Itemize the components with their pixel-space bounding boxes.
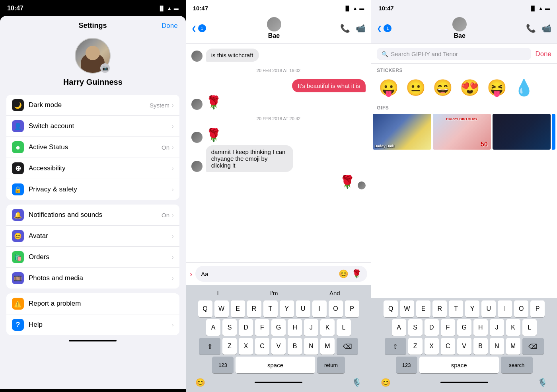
key-p3-b[interactable]: B (473, 338, 488, 355)
key-e[interactable]: E (231, 300, 245, 317)
key-o[interactable]: O (329, 300, 343, 317)
message-input-field[interactable]: Aa 😊 🌹 (195, 266, 367, 282)
key-p3-s[interactable]: S (408, 319, 423, 336)
key-p3-i[interactable]: I (498, 300, 512, 317)
gif-done-button[interactable]: Done (535, 50, 551, 58)
emoji-keyboard-icon-3[interactable]: 😊 (381, 378, 391, 387)
key-m[interactable]: M (320, 338, 335, 355)
phone-icon-3[interactable]: 📞 (526, 23, 536, 33)
key-p3-search[interactable]: search (501, 357, 533, 373)
key-p3-t[interactable]: T (449, 300, 463, 317)
key-f[interactable]: F (255, 319, 269, 336)
mic-icon[interactable]: 🎙️ (352, 378, 362, 387)
key-p3-r[interactable]: R (432, 300, 447, 317)
gif-thumbnail-batman[interactable] (493, 114, 551, 150)
key-p3-y[interactable]: Y (465, 300, 479, 317)
gif-thumbnail-fathers-day[interactable]: Daddy Dad! (373, 114, 431, 150)
key-p3-j[interactable]: J (490, 319, 504, 336)
settings-item-notifications[interactable]: 🔔 Notifications and sounds On › (6, 205, 179, 226)
key-p3-x[interactable]: X (425, 338, 439, 355)
suggestion-3[interactable]: And (329, 290, 340, 296)
suggestion-2[interactable]: I'm (270, 290, 278, 296)
gif-thumbnail-birthday[interactable]: HAPPY BIRTHDAY 50 (433, 114, 491, 150)
settings-item-active-status[interactable]: ● Active Status On › (6, 137, 179, 158)
key-p[interactable]: P (345, 300, 359, 317)
phone-icon[interactable]: 📞 (340, 23, 350, 33)
key-b[interactable]: B (288, 338, 302, 355)
video-icon-3[interactable]: 📹 (541, 23, 551, 33)
key-p3-z[interactable]: Z (408, 338, 423, 355)
sticker-item[interactable]: 😄 (431, 76, 455, 99)
sticker-item[interactable]: 😝 (485, 76, 509, 99)
key-v[interactable]: V (271, 338, 286, 355)
settings-item-privacy[interactable]: 🔒 Privacy & safety › (6, 179, 179, 200)
key-p3-w[interactable]: W (400, 300, 414, 317)
key-p3-k[interactable]: K (506, 319, 520, 336)
settings-item-dark-mode[interactable]: 🌙 Dark mode System › (6, 95, 179, 116)
expand-button[interactable]: › (190, 269, 193, 279)
key-space[interactable]: space (236, 357, 315, 373)
rose-button[interactable]: 🌹 (352, 269, 362, 279)
key-a[interactable]: A (206, 319, 220, 336)
settings-item-report[interactable]: ⚠️ Report a problem (6, 293, 179, 314)
key-x[interactable]: X (239, 338, 253, 355)
key-p3-a[interactable]: A (392, 319, 406, 336)
key-s[interactable]: S (222, 319, 237, 336)
key-n[interactable]: N (304, 338, 318, 355)
key-p3-space[interactable]: space (419, 357, 499, 373)
key-c[interactable]: C (255, 338, 269, 355)
key-p3-f[interactable]: F (441, 319, 455, 336)
sticker-item[interactable]: 😍 (458, 76, 482, 99)
settings-item-help[interactable]: ? Help › (6, 314, 179, 335)
key-p3-d[interactable]: D (425, 319, 439, 336)
settings-done-button[interactable]: Done (162, 22, 178, 30)
key-i[interactable]: I (312, 300, 327, 317)
key-return[interactable]: return (317, 357, 345, 373)
key-t[interactable]: T (263, 300, 278, 317)
key-p3-n[interactable]: N (490, 338, 504, 355)
key-r[interactable]: R (247, 300, 261, 317)
key-k[interactable]: K (320, 319, 335, 336)
key-h[interactable]: H (288, 319, 302, 336)
settings-item-accessibility[interactable]: ⊕ Accessibility › (6, 158, 179, 179)
video-icon[interactable]: 📹 (356, 23, 366, 33)
key-p3-123[interactable]: 123 (396, 357, 417, 373)
emoji-button[interactable]: 😊 (339, 269, 349, 279)
key-p3-l[interactable]: L (522, 319, 537, 336)
key-j[interactable]: J (304, 319, 318, 336)
avatar-wrapper[interactable]: 📷 (75, 38, 111, 74)
key-p3-e[interactable]: E (416, 300, 430, 317)
key-d[interactable]: D (239, 319, 253, 336)
sticker-item[interactable]: 💧 (512, 76, 536, 99)
settings-item-avatar[interactable]: 😊 Avatar › (6, 226, 179, 247)
key-y[interactable]: Y (280, 300, 294, 317)
key-g[interactable]: G (271, 319, 286, 336)
mic-icon-3[interactable]: 🎙️ (538, 378, 547, 387)
key-z[interactable]: Z (222, 338, 237, 355)
back-button[interactable]: ❮ 1 (191, 24, 206, 32)
key-p3-m[interactable]: M (506, 338, 520, 355)
settings-item-switch-account[interactable]: 👤 Switch account › (6, 116, 179, 137)
key-p3-o[interactable]: O (514, 300, 528, 317)
key-p3-g[interactable]: G (457, 319, 471, 336)
key-q[interactable]: Q (198, 300, 212, 317)
key-l[interactable]: L (337, 319, 351, 336)
key-p3-q[interactable]: Q (384, 300, 398, 317)
sticker-item[interactable]: 😛 (377, 76, 401, 99)
suggestion-1[interactable]: I (217, 290, 218, 296)
key-p3-v[interactable]: V (457, 338, 471, 355)
emoji-keyboard-icon[interactable]: 😊 (195, 378, 205, 387)
sticker-item[interactable]: 😐 (404, 76, 428, 99)
key-w[interactable]: W (214, 300, 229, 317)
back-button-3[interactable]: ❮ 1 (377, 24, 391, 32)
key-p3-u[interactable]: U (481, 300, 496, 317)
key-p3-c[interactable]: C (441, 338, 455, 355)
key-123[interactable]: 123 (212, 357, 234, 373)
key-shift[interactable]: ⇧ (199, 338, 220, 355)
settings-item-photos[interactable]: 🎞️ Photos and media › (6, 268, 179, 289)
settings-item-orders[interactable]: 🛍️ Orders › (6, 247, 179, 268)
key-p3-shift[interactable]: ⇧ (385, 338, 406, 355)
key-p3-h[interactable]: H (473, 319, 488, 336)
key-delete[interactable]: ⌫ (337, 338, 358, 355)
key-p3-delete[interactable]: ⌫ (522, 338, 544, 355)
